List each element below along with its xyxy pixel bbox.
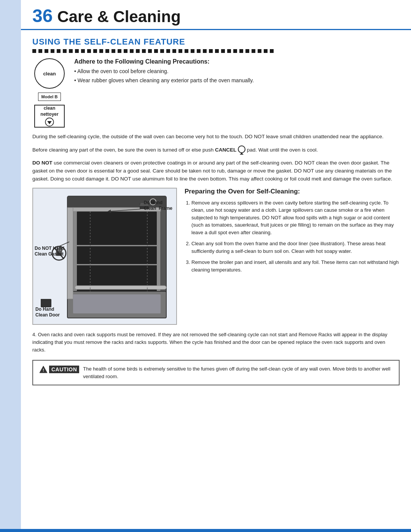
cancel-pad-icon — [238, 145, 245, 155]
svg-point-2 — [238, 146, 245, 153]
precautions-area: Adhere to the Following Cleaning Precaut… — [74, 58, 400, 128]
preparing-title: Preparing the Oven for Self-Cleaning: — [185, 188, 400, 195]
preparing-item-1: Remove any excess spillovers in the oven… — [191, 199, 400, 236]
oven-diagram: Do HandClean Frame Do NOT HandClean Gask… — [32, 188, 177, 325]
svg-rect-9 — [73, 294, 161, 313]
page-number: 36 — [32, 7, 53, 25]
svg-rect-10 — [75, 286, 166, 289]
section-title: USING THE SELF-CLEAN FEATURE — [32, 37, 400, 47]
preparing-list: Remove any excess spillovers in the oven… — [185, 199, 400, 274]
preparing-item-3: Remove the broiler pan and insert, all u… — [191, 259, 400, 273]
middle-section: Do HandClean Frame Do NOT HandClean Gask… — [32, 188, 400, 325]
preparing-area: Preparing the Oven for Self-Cleaning: Re… — [185, 188, 400, 278]
page-number-title: 36 Care & Cleaning — [32, 7, 400, 25]
svg-marker-1 — [47, 121, 52, 124]
clean-arrow-icon — [44, 117, 55, 127]
svg-rect-17 — [67, 208, 73, 299]
preparing-item-2: Clean any soil from the oven frame and t… — [191, 240, 400, 255]
do-not-hand-clean-gasket-label: Do NOT HandClean Gasket — [35, 246, 64, 257]
clean-nettoyer-box: cleannettoyer — [34, 105, 65, 128]
precaution-item-1: Allow the oven to cool before cleaning. — [74, 67, 400, 75]
precautions-list: Allow the oven to cool before cleaning. … — [74, 67, 400, 85]
svg-marker-3 — [240, 153, 244, 155]
icon-column: clean Model B cleannettoyer — [32, 58, 67, 128]
page-title: Care & Cleaning — [57, 9, 180, 25]
top-section: clean Model B cleannettoyer Adhere to th… — [32, 58, 400, 128]
clean-nettoyer-label: cleannettoyer — [40, 105, 58, 117]
do-hand-clean-frame-label: Do HandClean Frame — [144, 200, 172, 212]
bottom-bar — [0, 529, 411, 532]
caution-label: CAUTION — [49, 366, 79, 373]
svg-rect-7 — [77, 211, 157, 295]
clean-circle-icon: clean — [34, 58, 65, 89]
body-paragraph-3: DO NOT use commercial oven cleaners or o… — [32, 159, 400, 183]
svg-text:!: ! — [43, 368, 44, 372]
precaution-item-2: Wear rubber gloves when cleaning any ext… — [74, 77, 400, 85]
caution-box: ! CAUTION The health of some birds is ex… — [32, 360, 400, 385]
caution-triangle-icon: ! — [39, 365, 48, 374]
left-sidebar — [0, 0, 21, 532]
body-paragraph-1: During the self-cleaning cycle, the outs… — [32, 133, 400, 141]
model-b-box: Model B — [38, 93, 61, 101]
header-area: 36 Care & Cleaning — [21, 0, 411, 30]
oven-racks-text: 4. Oven racks and oven rack supports mus… — [32, 331, 400, 354]
caution-text: The health of some birds is extremely se… — [83, 365, 393, 380]
main-content: USING THE SELF-CLEAN FEATURE clean Model… — [21, 37, 411, 393]
dotted-divider — [32, 49, 400, 53]
body-paragraph-2: Before cleaning any part of the oven, be… — [32, 145, 400, 155]
caution-badge: ! CAUTION — [39, 365, 79, 374]
do-hand-clean-door-label: Do HandClean Door — [35, 307, 60, 318]
precautions-title: Adhere to the Following Cleaning Precaut… — [74, 58, 400, 65]
